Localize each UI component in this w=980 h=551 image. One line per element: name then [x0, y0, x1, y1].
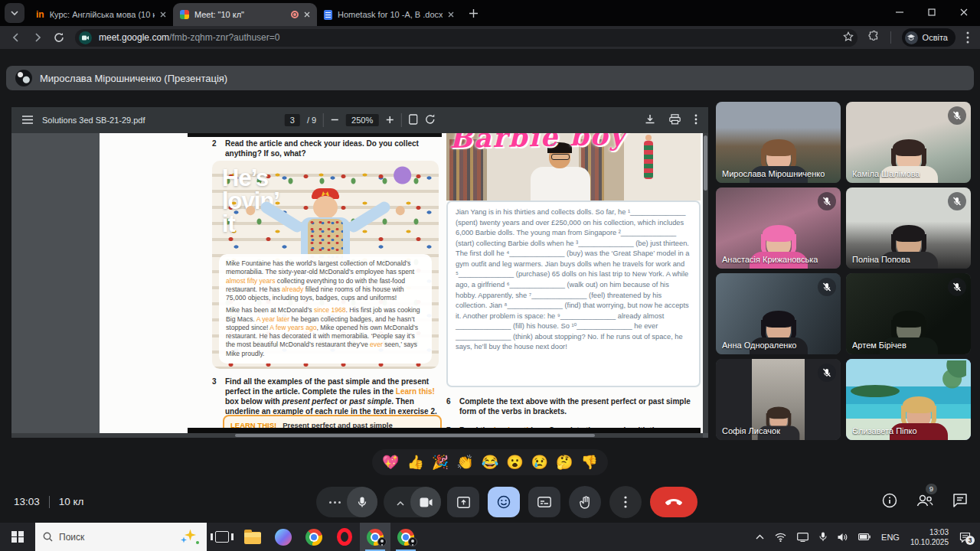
reaction-thumbs-up[interactable]: 👍	[407, 455, 423, 469]
battery-icon[interactable]	[858, 533, 871, 540]
maximize-button[interactable]	[916, 0, 948, 24]
hidden-icons-chevron[interactable]	[756, 534, 764, 540]
reaction-surprised[interactable]: 😮	[506, 455, 523, 469]
chrome-button[interactable]	[299, 523, 329, 551]
pdf-page-total: / 9	[307, 116, 316, 125]
tab-hometask[interactable]: Hometask for 10 -А, В .docx - G	[317, 3, 461, 26]
profile-chip[interactable]: Освіта	[902, 28, 956, 47]
reactions-button-active[interactable]	[488, 487, 520, 517]
mic-control-group	[316, 487, 377, 517]
participant-tile-active-speaker[interactable]: Єлизавета Піпко	[846, 359, 971, 440]
mic-button[interactable]	[347, 487, 377, 517]
pdf-vertical-scrollbar[interactable]	[703, 133, 708, 433]
wifi-icon[interactable]	[775, 533, 786, 542]
participants-panel-button[interactable]: 9	[916, 494, 934, 510]
participant-tile[interactable]: Мирослава Мірошниченко	[716, 102, 841, 183]
taskbar-search[interactable]: Поиск	[35, 523, 207, 551]
exercise-6: 6 Complete the text above with the prese…	[446, 396, 699, 416]
bookmark-star-icon[interactable]	[843, 31, 854, 44]
system-tray: ENG 13:03 10.10.2025 3	[756, 523, 980, 551]
meeting-info-icon[interactable]	[882, 493, 897, 511]
print-icon[interactable]	[669, 114, 681, 126]
pdf-page-number-input[interactable]: 3	[285, 114, 300, 126]
camera-options-icon[interactable]	[397, 495, 404, 509]
pdf-horizontal-scrollbar[interactable]	[11, 433, 703, 438]
chrome-window-2-button[interactable]	[390, 523, 421, 551]
new-tab-button[interactable]	[464, 4, 482, 22]
pdf-more-options-icon[interactable]	[694, 114, 697, 126]
zoom-out-button[interactable]	[331, 116, 339, 126]
search-highlights-icon[interactable]	[179, 528, 199, 546]
tab-close-icon[interactable]	[304, 11, 310, 18]
start-button[interactable]	[0, 523, 35, 551]
barbie-collector-photo: Barbie boy	[446, 133, 701, 201]
participant-tile[interactable]: Анастасія Крижановська	[716, 187, 841, 269]
address-bar[interactable]: meet.google.com/fmb-zqhm-znr?authuser=0	[75, 29, 858, 47]
reaction-party[interactable]: 🎉	[432, 455, 449, 469]
scrollbar-thumb[interactable]	[235, 434, 595, 437]
download-icon[interactable]	[645, 114, 655, 126]
pdf-zoom-level[interactable]: 250%	[346, 114, 378, 126]
file-explorer-button[interactable]	[237, 523, 268, 551]
tab-close-icon[interactable]	[160, 11, 166, 18]
display-cast-icon[interactable]	[797, 533, 808, 542]
close-button[interactable]	[948, 0, 980, 24]
participant-tile[interactable]: Каміла Шалімова	[846, 102, 971, 183]
reaction-clap[interactable]: 👏	[456, 455, 473, 469]
meet-camera-icon[interactable]	[79, 31, 92, 44]
clock-date: 10.10.2025	[910, 538, 949, 546]
reaction-thumbs-down[interactable]: 👎	[580, 455, 597, 469]
tab-close-icon[interactable]	[448, 11, 454, 18]
forward-button[interactable]	[32, 32, 43, 43]
taskbar-clock[interactable]: 13:03 10.10.2025	[910, 527, 949, 547]
participant-tile[interactable]: Поліна Попова	[846, 187, 971, 269]
chrome-window-active-button[interactable]	[360, 523, 390, 551]
reaction-laugh[interactable]: 😂	[482, 455, 498, 469]
windows-taskbar: Поиск ENG 13:03 10.10.2025 3	[0, 523, 980, 551]
pdf-document-area[interactable]: 2 Read the article and check your ideas.…	[11, 133, 703, 433]
participant-tile[interactable]: Софія Лисачок	[716, 359, 841, 440]
tab-meet[interactable]: Meet: "10 кл"	[173, 3, 317, 26]
raise-hand-button[interactable]	[569, 486, 601, 518]
reaction-cry[interactable]: 😢	[531, 455, 548, 469]
chrome-profile-badge	[377, 537, 387, 546]
captions-button[interactable]	[528, 487, 560, 517]
microphone-tray-icon[interactable]	[819, 532, 827, 542]
pdf-menu-icon[interactable]	[22, 116, 33, 126]
more-options-button[interactable]	[609, 486, 642, 518]
reaction-heart[interactable]: 💖	[382, 455, 399, 469]
page-bottom-band	[188, 428, 701, 433]
participant-tile[interactable]: Анна Однораленко	[716, 273, 841, 354]
tab-course[interactable]: in Курс: Англійська мова (10 кла	[29, 3, 173, 26]
docs-favicon	[324, 10, 332, 20]
zoom-in-button[interactable]	[385, 116, 394, 126]
notification-center-button[interactable]: 3	[959, 532, 971, 543]
tab-search-button[interactable]	[5, 3, 24, 23]
mic-muted-icon	[818, 192, 836, 210]
reload-button[interactable]	[54, 32, 64, 43]
camera-button[interactable]	[410, 487, 441, 517]
page-header-band	[188, 133, 442, 137]
rotate-button[interactable]	[424, 114, 435, 126]
extensions-icon[interactable]	[868, 31, 880, 45]
participant-tile[interactable]: Артем Бірічев	[846, 273, 971, 354]
language-indicator[interactable]: ENG	[881, 533, 900, 542]
mic-options-icon[interactable]	[329, 501, 341, 504]
volume-icon[interactable]	[838, 533, 848, 542]
inet-favicon: in	[36, 9, 44, 20]
minimize-button[interactable]	[884, 0, 916, 24]
reaction-thinking[interactable]: 🤔	[556, 455, 573, 469]
participant-name: Софія Лисачок	[722, 426, 780, 435]
back-button[interactable]	[11, 32, 21, 43]
task-view-button[interactable]	[207, 523, 237, 551]
scrollbar-thumb[interactable]	[704, 135, 707, 191]
fit-page-button[interactable]	[408, 114, 417, 126]
present-screen-button[interactable]	[447, 487, 479, 517]
end-call-button[interactable]	[650, 487, 697, 517]
article-text: Mike Fountaine has the world’s largest c…	[219, 254, 432, 364]
opera-button[interactable]	[329, 523, 360, 551]
browser-menu-icon[interactable]	[966, 31, 969, 44]
chat-panel-button[interactable]	[952, 493, 968, 511]
barbie-doll	[644, 141, 653, 179]
copilot-button[interactable]	[268, 523, 299, 551]
